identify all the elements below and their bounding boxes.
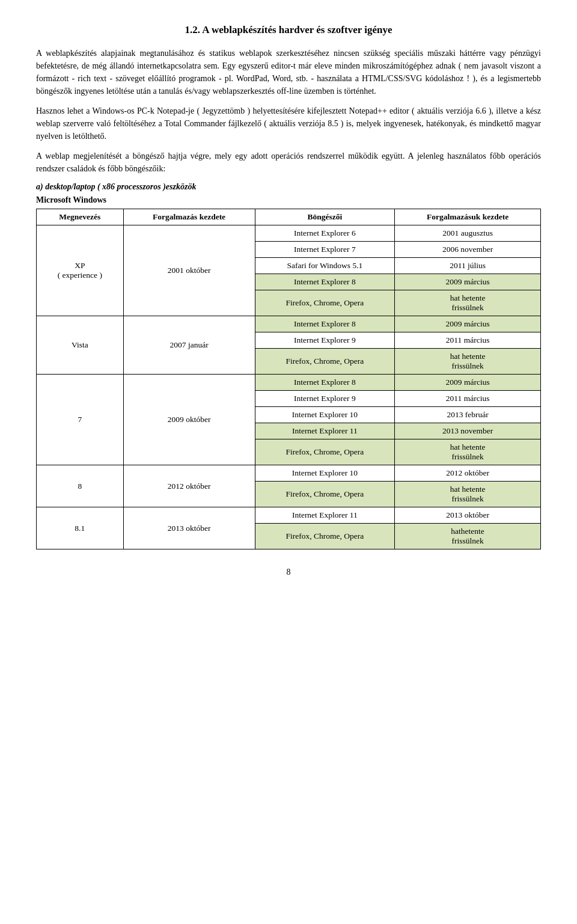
page-title: 1.2. A weblapkészítés hardver és szoftve… [36,24,541,36]
col-browser-start: Forgalmazásuk kezdete [395,209,541,225]
os-label: Microsoft Windows [36,195,541,205]
browser-date: 2013 november [395,423,541,439]
browsers-table: Megnevezés Forgalmazás kezdete Böngészői… [36,209,541,549]
browser-date: 2001 augusztus [395,225,541,242]
row-name: XP ( experience ) [37,225,124,316]
section-label: a) desktop/laptop ( x86 processzoros )es… [36,182,541,192]
browser-date: 2013 október [395,507,541,524]
row-name: 8 [37,465,124,507]
browser-name: Internet Explorer 6 [255,225,395,242]
browser-date: 2006 november [395,242,541,258]
browser-date: 2009 március [395,316,541,332]
row-name: Vista [37,316,124,375]
row-start: 2007 január [123,316,255,375]
row-start: 2009 október [123,375,255,465]
col-start: Forgalmazás kezdete [123,209,255,225]
paragraph-3: A weblap megjelenítését a böngésző hajtj… [36,150,541,175]
paragraph-1: A weblapkészítés alapjainak megtanulásáh… [36,47,541,97]
browser-date: 2011 március [395,332,541,349]
browser-name: Internet Explorer 11 [255,507,395,524]
row-name: 7 [37,375,124,465]
browser-name: Internet Explorer 11 [255,423,395,439]
browser-name: Internet Explorer 9 [255,391,395,407]
browser-date: 2012 október [395,465,541,482]
row-name: 8.1 [37,507,124,549]
browser-date: 2011 március [395,391,541,407]
browser-name: Internet Explorer 10 [255,407,395,423]
browser-name: Firefox, Chrome, Opera [255,482,395,507]
col-name: Megnevezés [37,209,124,225]
paragraph-2: Hasznos lehet a Windows-os PC-k Notepad-… [36,105,541,142]
browser-name: Safari for Windows 5.1 [255,258,395,274]
col-browsers: Böngészői [255,209,395,225]
browser-name: Internet Explorer 7 [255,242,395,258]
browser-date: 2009 március [395,375,541,391]
browser-date: hat hetente frissülnek [395,439,541,465]
browser-name: Firefox, Chrome, Opera [255,290,395,316]
browser-date: hat hetente frissülnek [395,290,541,316]
row-start: 2012 október [123,465,255,507]
browser-name: Firefox, Chrome, Opera [255,524,395,549]
row-start: 2013 október [123,507,255,549]
browser-date: 2013 február [395,407,541,423]
browser-date: hat hetente frissülnek [395,482,541,507]
browser-date: 2009 március [395,274,541,290]
browser-name: Internet Explorer 8 [255,316,395,332]
browser-date: hathetente frissülnek [395,524,541,549]
browser-name: Internet Explorer 10 [255,465,395,482]
page-number: 8 [36,568,541,577]
browser-name: Firefox, Chrome, Opera [255,349,395,375]
browser-name: Internet Explorer 8 [255,274,395,290]
row-start: 2001 október [123,225,255,316]
browser-name: Internet Explorer 8 [255,375,395,391]
browser-date: hat hetente frissülnek [395,349,541,375]
browser-name: Internet Explorer 9 [255,332,395,349]
browser-name: Firefox, Chrome, Opera [255,439,395,465]
browser-date: 2011 július [395,258,541,274]
